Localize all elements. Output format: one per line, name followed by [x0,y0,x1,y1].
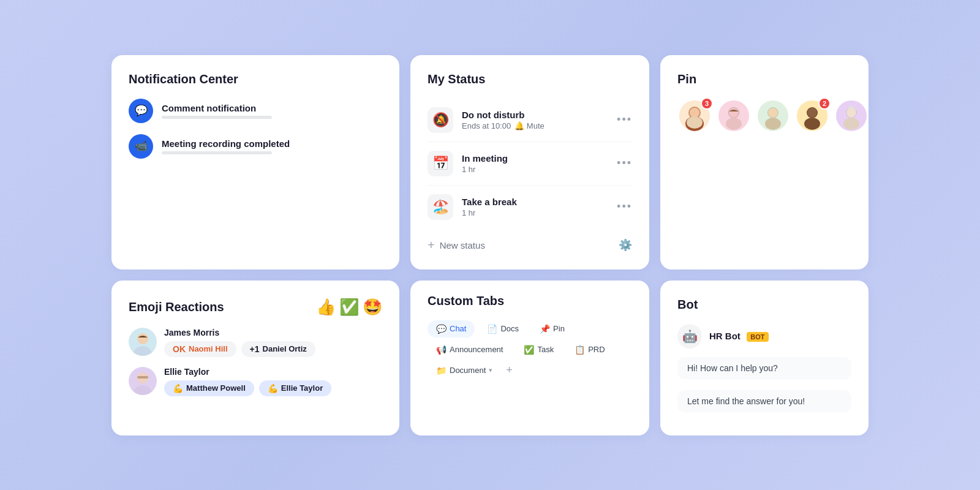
matthew-name: Matthew Powell [186,383,246,393]
notif-item-meeting[interactable]: 📹 Meeting recording completed [129,134,382,159]
meeting-icon: 📹 [129,134,153,159]
gear-icon[interactable]: ⚙️ [619,238,632,252]
tabs-list: 💬 Chat 📄 Docs 📌 Pin 📢 Announcement ✅ Tas… [428,320,632,379]
main-container: Notification Center 💬 Comment notificati… [87,31,893,460]
tab-announcement[interactable]: 📢 Announcement [428,341,511,358]
meeting-name: In meeting [462,153,608,164]
bot-tag: BOT [747,332,768,342]
ok-emoji: OK [173,344,186,354]
pin-avatar-4[interactable]: 2 [795,99,829,133]
bot-messages: Hi! How can I help you? Let me find the … [677,357,851,418]
mute-badge: 🔔 Mute [514,121,545,130]
meeting-sub: 1 hr [462,165,608,174]
pin-avatar-2[interactable] [717,99,751,133]
ellie-avatar [129,367,157,395]
new-status-label: New status [440,240,485,251]
svg-point-3 [687,116,703,129]
status-item-dnd[interactable]: 🔕 Do not disturb Ends at 10:00 🔔 Mute ••… [428,99,632,142]
james-info: James Morris OK Naomi Hill +1 Daniel Ort… [164,328,315,357]
ellie-ellie-pill[interactable]: 💪 Ellie Taylor [259,380,331,396]
ellie-pills: 💪 Matthew Powell 💪 Ellie Taylor [164,380,331,396]
announcement-tab-label: Announcement [450,345,503,354]
svg-point-15 [843,118,859,130]
james-name: James Morris [164,328,315,337]
svg-point-5 [729,108,739,118]
notif-meeting-text: Meeting recording completed [162,138,382,154]
add-tab-button[interactable]: + [506,364,513,377]
notif-meeting-bar [162,151,272,154]
pin-badge-4: 2 [818,97,831,110]
tab-chat[interactable]: 💬 Chat [428,320,475,337]
reaction-person-james: James Morris OK Naomi Hill +1 Daniel Ort… [129,328,382,357]
tab-prd[interactable]: 📋 PRD [566,341,613,358]
svg-point-17 [137,333,148,344]
document-tab-label: Document [450,366,486,375]
tab-document[interactable]: 📁 Document ▾ [428,362,501,379]
bot-message-1: Hi! How can I help you? [677,357,851,379]
svg-point-11 [807,108,817,118]
break-icon: 🏖️ [428,194,453,220]
task-tab-icon: ✅ [524,345,534,355]
james-naomi-pill[interactable]: OK Naomi Hill [164,341,236,357]
plus1-emoji: +1 [250,344,260,354]
ellie-name: Ellie Taylor [164,367,331,377]
new-status-row: + New status ⚙️ [428,238,632,252]
my-status-title: My Status [428,72,632,86]
pin-tab-label: Pin [553,324,565,333]
ellie-matthew-pill[interactable]: 💪 Matthew Powell [164,380,254,396]
status-item-meeting[interactable]: 📅 In meeting 1 hr ••• [428,142,632,186]
break-more-icon[interactable]: ••• [617,200,632,213]
meeting-more-icon[interactable]: ••• [617,157,632,170]
muscle2-emoji: 💪 [268,383,278,393]
tab-task[interactable]: ✅ Task [515,341,562,358]
new-status-button[interactable]: + New status [428,238,485,252]
done-emoji: ✅ [339,298,359,317]
dnd-name: Do not disturb [462,110,608,120]
notif-meeting-label: Meeting recording completed [162,138,382,149]
svg-point-2 [690,108,699,118]
notification-center-card: Notification Center 💬 Comment notificati… [111,55,399,270]
pin-avatars: 3 [677,99,851,133]
comment-icon: 💬 [129,99,153,123]
chat-tab-icon: 💬 [436,324,447,334]
dnd-sub: Ends at 10:00 🔔 Mute [462,121,608,130]
pin-avatar-img-3 [756,99,790,133]
svg-point-18 [133,385,153,395]
tab-docs[interactable]: 📄 Docs [478,320,527,337]
notif-comment-text: Comment notification [162,103,382,119]
ellie-taylor-name: Ellie Taylor [281,383,323,393]
thumbs-up-emoji: 👍 [316,298,336,317]
dnd-more-icon[interactable]: ••• [617,113,632,126]
pin-tab-icon: 📌 [540,324,550,334]
reaction-person-ellie: Ellie Taylor 💪 Matthew Powell 💪 Ellie Ta… [129,367,382,396]
james-daniel-pill[interactable]: +1 Daniel Ortiz [241,341,315,357]
emoji-reactions-header: Emoji Reactions 👍 ✅ 🤩 [129,298,382,317]
custom-tabs-card: Custom Tabs 💬 Chat 📄 Docs 📌 Pin 📢 Announ… [410,281,649,435]
tab-pin[interactable]: 📌 Pin [531,320,573,337]
break-info: Take a break 1 hr [462,197,608,217]
svg-point-16 [133,346,153,356]
notif-comment-label: Comment notification [162,103,382,113]
pin-avatar-1[interactable]: 3 [677,99,712,133]
status-item-break[interactable]: 🏖️ Take a break 1 hr ••• [428,186,632,228]
pin-avatar-3[interactable] [756,99,790,133]
break-name: Take a break [462,197,608,207]
muscle-emoji: 💪 [173,383,183,393]
notif-item-comment[interactable]: 💬 Comment notification [129,99,382,123]
chevron-down-icon: ▾ [489,366,492,374]
break-sub: 1 hr [462,208,608,217]
prd-tab-icon: 📋 [575,345,585,355]
svg-rect-20 [137,376,148,379]
notification-center-title: Notification Center [129,72,382,86]
meeting-status-icon: 📅 [428,151,453,176]
plus-icon: + [428,238,435,252]
pin-avatar-5[interactable] [834,99,869,133]
pin-badge-1: 3 [701,97,713,110]
chat-tab-label: Chat [450,324,466,333]
pin-card: Pin 3 [660,55,869,270]
svg-point-8 [768,108,778,118]
james-avatar [129,328,157,356]
emoji-reactions-title: Emoji Reactions [129,300,224,314]
ellie-info: Ellie Taylor 💪 Matthew Powell 💪 Ellie Ta… [164,367,331,396]
bot-title: Bot [677,298,851,312]
